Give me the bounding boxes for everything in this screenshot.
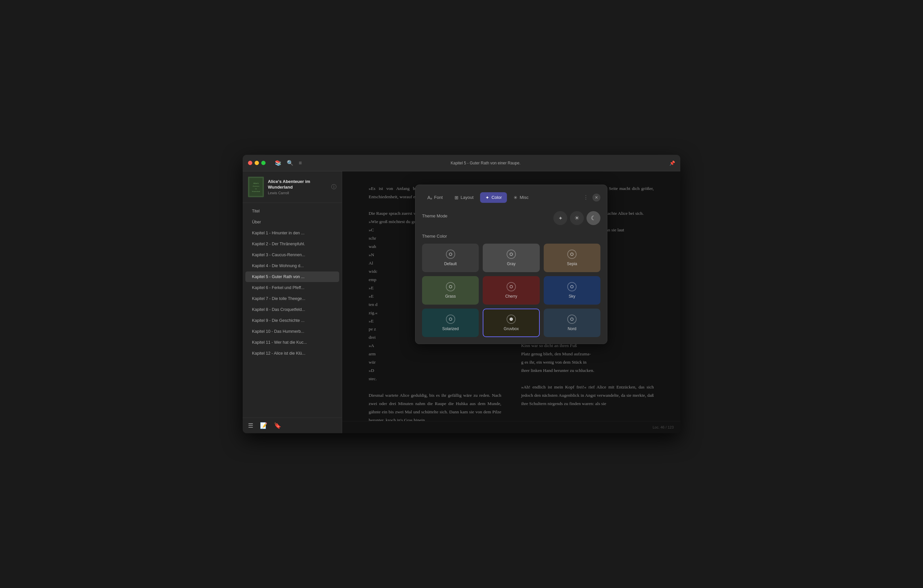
sidebar: Alice's Abenteuer im Wunderland Alice's … xyxy=(243,171,342,433)
menu-icon[interactable]: ≡ xyxy=(299,160,302,166)
pin-icon[interactable]: 📌 xyxy=(669,161,675,166)
maximize-button[interactable] xyxy=(261,161,266,165)
window-title: Kapitel 5 - Guter Rath von einer Raupe. xyxy=(305,161,665,165)
tab-layout-label: Layout xyxy=(460,195,473,200)
default-label: Default xyxy=(444,261,457,266)
cherry-label: Cherry xyxy=(505,294,517,299)
gray-swatch xyxy=(507,250,516,259)
sidebar-nav: Titel Über Kapitel 1 - Hinunter in den .… xyxy=(243,203,342,418)
grass-swatch xyxy=(446,282,455,291)
sidebar-header: Alice's Abenteuer im Wunderland Alice's … xyxy=(243,171,342,203)
layout-icon: ⊞ xyxy=(455,195,458,200)
toolbar-popup: Aₐ Font ⊞ Layout ✦ Color ✳ Misc xyxy=(415,185,608,344)
sidebar-item-k1[interactable]: Kapitel 1 - Hinunter in den ... xyxy=(245,228,339,238)
search-icon[interactable]: 🔍 xyxy=(287,160,293,166)
svg-text:im: im xyxy=(255,188,256,190)
solarized-swatch xyxy=(446,315,455,324)
traffic-lights xyxy=(248,161,266,165)
svg-text:Alice's: Alice's xyxy=(253,182,259,184)
theme-mode-auto[interactable]: ✦ xyxy=(553,211,567,225)
theme-mode-buttons: ✦ ☀ ☾ xyxy=(553,211,600,225)
gruvbox-swatch xyxy=(507,315,516,324)
cherry-swatch xyxy=(507,282,516,291)
sidebar-item-k11[interactable]: Kapitel 11 - Wer hat die Kuc... xyxy=(245,337,339,348)
color-icon: ✦ xyxy=(485,195,489,200)
book-cover: Alice's Abenteuer im Wunderland xyxy=(248,177,264,197)
sidebar-item-k12[interactable]: Kapitel 12 - Alice ist die Klü... xyxy=(245,348,339,359)
sidebar-item-k7[interactable]: Kapitel 7 - Die tolle Theege... xyxy=(245,293,339,304)
sidebar-item-k5[interactable]: Kapitel 5 - Guter Rath von ... xyxy=(245,271,339,282)
tab-misc-label: Misc xyxy=(519,195,529,200)
theme-colors-grid: Default Gray Sepia xyxy=(422,244,600,337)
theme-color-label: Theme Color xyxy=(422,234,447,239)
sidebar-item-k3[interactable]: Kapitel 3 - Caucus-Rennen... xyxy=(245,250,339,260)
info-icon[interactable]: ⓘ xyxy=(331,184,337,191)
app-window: 📚 🔍 ≡ Kapitel 5 - Guter Rath von einer R… xyxy=(243,155,680,433)
svg-text:Wunderland: Wunderland xyxy=(252,191,260,192)
sidebar-item-k2[interactable]: Kapitel 2 - Der Thrānenpfuhl. xyxy=(245,239,339,249)
book-info: Alice's Abenteuer im Wunderland Lewis Ca… xyxy=(268,179,327,195)
tab-font-label: Font xyxy=(434,195,443,200)
sidebar-item-uber[interactable]: Über xyxy=(245,217,339,227)
sidebar-item-k6[interactable]: Kapitel 6 - Ferkel und Pfeff... xyxy=(245,283,339,293)
close-popup-button[interactable]: ✕ xyxy=(593,194,600,202)
tab-misc[interactable]: ✳ Misc xyxy=(508,192,534,203)
gray-label: Gray xyxy=(507,261,516,266)
sepia-swatch xyxy=(567,250,576,259)
sidebar-item-k9[interactable]: Kapitel 9 - Die Geschichte ... xyxy=(245,315,339,326)
sidebar-item-k8[interactable]: Kapitel 8 - Das Croquetfeld... xyxy=(245,304,339,315)
color-card-nord[interactable]: Nord xyxy=(544,309,600,337)
book-author: Lewis Carroll xyxy=(268,191,327,195)
notes-icon[interactable]: 📝 xyxy=(260,422,267,429)
color-card-cherry[interactable]: Cherry xyxy=(483,276,539,305)
reading-area: Aₐ Font ⊞ Layout ✦ Color ✳ Misc xyxy=(342,171,680,433)
toolbar-tabs: Aₐ Font ⊞ Layout ✦ Color ✳ Misc xyxy=(422,192,600,203)
font-icon: Aₐ xyxy=(427,195,432,200)
contents-icon[interactable]: ☰ xyxy=(248,422,253,429)
more-options-icon[interactable]: ⋮ xyxy=(581,192,591,203)
color-card-gray[interactable]: Gray xyxy=(483,244,539,272)
theme-mode-dark[interactable]: ☾ xyxy=(586,211,600,225)
minimize-button[interactable] xyxy=(255,161,259,165)
sepia-label: Sepia xyxy=(567,261,577,266)
default-swatch xyxy=(446,250,455,259)
sky-label: Sky xyxy=(568,294,575,299)
tab-layout[interactable]: ⊞ Layout xyxy=(449,192,479,203)
grass-label: Grass xyxy=(445,294,456,299)
sidebar-item-k10[interactable]: Kapitel 10 - Das Hummerb... xyxy=(245,326,339,337)
color-card-default[interactable]: Default xyxy=(422,244,479,272)
color-card-sky[interactable]: Sky xyxy=(544,276,600,305)
color-card-gruvbox[interactable]: Gruvbox xyxy=(483,309,539,337)
titlebar-icons: 📚 🔍 ≡ xyxy=(275,160,302,166)
tab-color[interactable]: ✦ Color xyxy=(480,192,507,203)
theme-mode-section: Theme Mode ✦ ☀ ☾ xyxy=(422,211,600,225)
misc-icon: ✳ xyxy=(514,195,517,200)
close-button[interactable] xyxy=(248,161,252,165)
color-card-grass[interactable]: Grass xyxy=(422,276,479,305)
sidebar-item-titel[interactable]: Titel xyxy=(245,206,339,217)
solarized-label: Solarized xyxy=(442,327,459,331)
sidebar-footer: ☰ 📝 🔖 xyxy=(243,418,342,433)
sidebar-item-k4[interactable]: Kapitel 4 - Die Wohnung d... xyxy=(245,261,339,271)
book-title: Alice's Abenteuer im Wunderland xyxy=(268,179,327,190)
sky-swatch xyxy=(567,282,576,291)
main-content: Alice's Abenteuer im Wunderland Alice's … xyxy=(243,171,680,433)
titlebar: 📚 🔍 ≡ Kapitel 5 - Guter Rath von einer R… xyxy=(243,155,680,171)
bookmark-icon[interactable]: 🔖 xyxy=(274,422,281,429)
gruvbox-label: Gruvbox xyxy=(504,327,519,331)
nord-swatch xyxy=(567,315,576,324)
theme-mode-label: Theme Mode xyxy=(422,214,448,218)
nord-label: Nord xyxy=(568,327,576,331)
tab-color-label: Color xyxy=(491,195,502,200)
svg-rect-1 xyxy=(249,178,263,196)
tab-font[interactable]: Aₐ Font xyxy=(422,192,448,203)
theme-mode-light[interactable]: ☀ xyxy=(570,211,584,225)
svg-text:Abenteuer: Abenteuer xyxy=(253,185,259,187)
color-card-sepia[interactable]: Sepia xyxy=(544,244,600,272)
color-card-solarized[interactable]: Solarized xyxy=(422,309,479,337)
library-icon[interactable]: 📚 xyxy=(275,160,281,166)
